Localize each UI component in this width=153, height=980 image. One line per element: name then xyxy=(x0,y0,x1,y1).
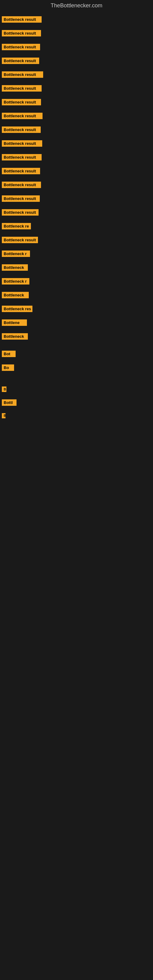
bottleneck-badge: Bottleneck result xyxy=(2,72,43,78)
bottleneck-badge: Bottl xyxy=(2,399,16,406)
bottleneck-badge: Bottleneck result xyxy=(2,30,41,37)
list-item: Bo xyxy=(2,364,151,371)
list-item: B xyxy=(2,412,151,419)
bottleneck-badge: Bo xyxy=(2,364,14,371)
list-item: Bottlene xyxy=(2,319,151,326)
list-item: Bottleneck r xyxy=(2,277,151,285)
bottleneck-badge: Bottlene xyxy=(2,320,27,326)
list-item: Bottleneck result xyxy=(2,195,151,202)
list-item: Bot xyxy=(2,350,151,358)
list-item: B xyxy=(2,386,151,393)
bottleneck-badge: Bottleneck re xyxy=(2,223,31,229)
bottleneck-badge: Bot xyxy=(2,351,16,357)
bottleneck-badge: Bottleneck result xyxy=(2,237,38,243)
list-item: Bottleneck result xyxy=(2,16,151,23)
bottleneck-badge: Bottleneck result xyxy=(2,196,40,202)
bottleneck-badge: Bottleneck xyxy=(2,264,28,271)
bottleneck-badge: Bottleneck result xyxy=(2,126,41,133)
bottleneck-badge: Bottleneck result xyxy=(2,113,43,119)
bottleneck-badge: Bottleneck result xyxy=(2,140,42,147)
list-item: Bottleneck result xyxy=(2,43,151,51)
bottleneck-badge: Bottleneck result xyxy=(2,44,40,50)
list-item: Bottleneck r xyxy=(2,250,151,258)
list-item: Bottleneck result xyxy=(2,71,151,78)
bottleneck-badge: B xyxy=(2,413,5,418)
list-item: Bottleneck result xyxy=(2,112,151,120)
list-item: Bottleneck result xyxy=(2,57,151,65)
bottleneck-badge: Bottleneck xyxy=(2,292,29,298)
bottleneck-badge: Bottleneck r xyxy=(2,250,30,257)
list-item: Bottleneck res xyxy=(2,305,151,313)
bottleneck-badge: Bottleneck result xyxy=(2,168,40,174)
bottleneck-badge: Bottleneck result xyxy=(2,57,39,64)
list-item: Bottleneck xyxy=(2,332,151,340)
bottleneck-badge: Bottleneck result xyxy=(2,99,41,105)
bottleneck-badge: Bottleneck res xyxy=(2,305,32,312)
list-item: Bottleneck result xyxy=(2,126,151,134)
bottleneck-badge: Bottleneck r xyxy=(2,278,29,285)
list-item: Bottleneck re xyxy=(2,222,151,230)
list-item: Bottleneck result xyxy=(2,29,151,37)
bottleneck-badge: B xyxy=(2,387,6,392)
list-item: Bottleneck result xyxy=(2,208,151,216)
list-item: Bottleneck result xyxy=(2,84,151,92)
list-item: Bottleneck xyxy=(2,291,151,299)
content-area: Bottleneck result Bottleneck result Bott… xyxy=(0,10,153,419)
list-item: Bottleneck result xyxy=(2,140,151,147)
bottleneck-badge: Bottleneck result xyxy=(2,181,41,188)
list-item: Bottleneck xyxy=(2,264,151,271)
bottleneck-badge: Bottleneck result xyxy=(2,16,41,23)
list-item: Bottleneck result xyxy=(2,167,151,175)
site-title: TheBottlenecker.com xyxy=(0,0,153,10)
bottleneck-badge: Bottleneck result xyxy=(2,154,41,161)
list-item: Bottleneck result xyxy=(2,236,151,244)
list-item: Bottleneck result xyxy=(2,153,151,161)
bottleneck-badge: Bottleneck result xyxy=(2,85,41,92)
bottleneck-badge: Bottleneck result xyxy=(2,209,38,216)
list-item: Bottleneck result xyxy=(2,98,151,106)
bottleneck-badge: Bottleneck xyxy=(2,333,28,340)
list-item: Bottleneck result xyxy=(2,181,151,189)
list-item: Bottl xyxy=(2,399,151,406)
